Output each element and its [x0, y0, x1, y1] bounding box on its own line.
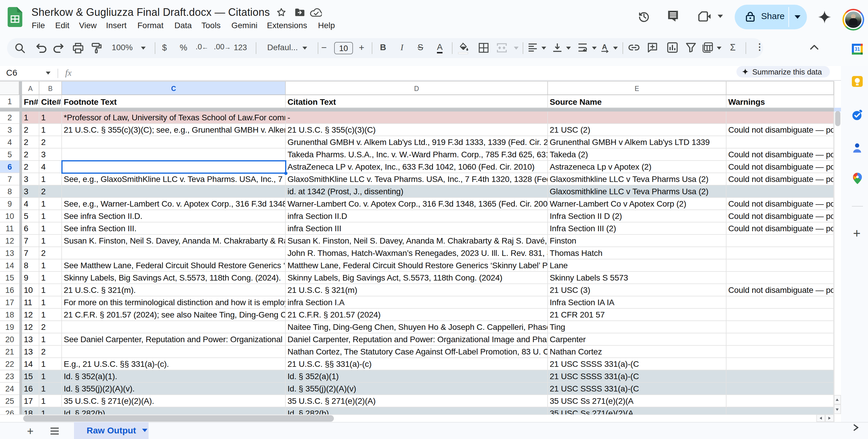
svg-text:A: A [602, 43, 607, 51]
